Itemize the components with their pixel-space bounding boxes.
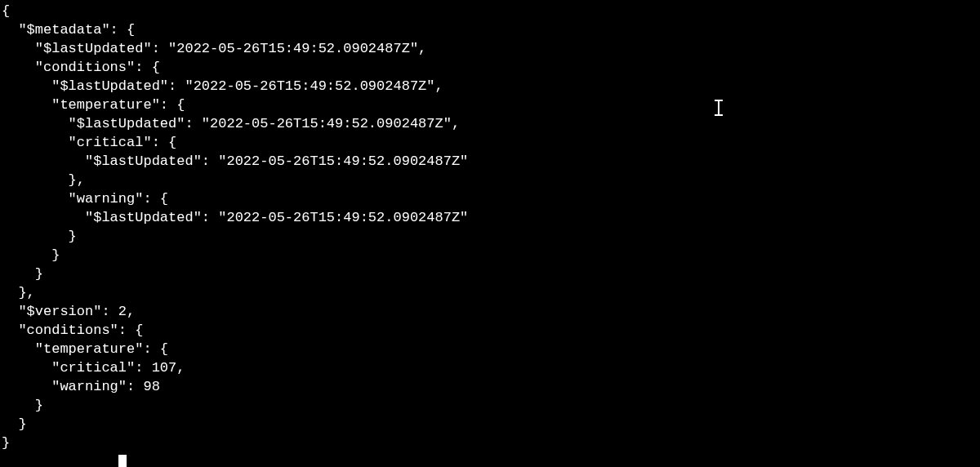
code-line: "$lastUpdated": "2022-05-26T15:49:52.090… — [2, 41, 426, 56]
code-line: } — [2, 416, 27, 432]
code-line: } — [2, 398, 43, 413]
code-line: "warning": 98 — [2, 379, 160, 394]
code-line: "warning": { — [2, 191, 168, 207]
code-line: "critical": 107, — [2, 360, 185, 376]
code-line: } — [2, 266, 43, 282]
code-line: }, — [2, 285, 35, 300]
code-line: "temperature": { — [2, 97, 185, 113]
code-line: "$lastUpdated": "2022-05-26T15:49:52.090… — [2, 210, 468, 225]
code-line: "temperature": { — [2, 341, 168, 357]
code-line: "$lastUpdated": "2022-05-26T15:49:52.090… — [2, 153, 468, 169]
code-line: "critical": { — [2, 135, 176, 150]
code-line: { — [2, 3, 10, 19]
code-line: }, — [2, 172, 85, 188]
code-line: "conditions": { — [2, 60, 160, 75]
code-line: } — [2, 229, 77, 244]
code-line: "$version": 2, — [2, 304, 135, 319]
code-line: } — [2, 247, 60, 263]
code-line: "$lastUpdated": "2022-05-26T15:49:52.090… — [2, 116, 460, 131]
block-cursor — [118, 455, 127, 467]
code-line: } — [2, 435, 10, 451]
code-line: "$lastUpdated": "2022-05-26T15:49:52.090… — [2, 78, 443, 94]
code-line: "$metadata": { — [2, 22, 135, 38]
code-line: "conditions": { — [2, 322, 143, 338]
terminal-output[interactable]: { "$metadata": { "$lastUpdated": "2022-0… — [0, 0, 980, 467]
